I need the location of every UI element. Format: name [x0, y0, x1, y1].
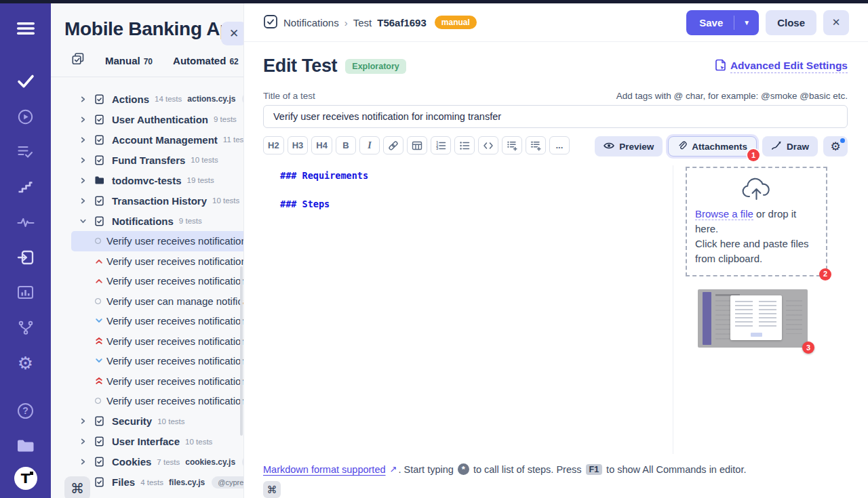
- left-nav-rail: ⚙ ? T: [0, 3, 51, 498]
- markdown-editor[interactable]: ### Requirements ### Steps: [263, 165, 673, 454]
- menu-icon[interactable]: [14, 17, 37, 40]
- suite-name: User Authentication: [112, 114, 208, 125]
- tree-suite-security[interactable]: Security10 tests: [51, 411, 243, 432]
- thumbnail-image: [698, 289, 808, 348]
- suite-test-count: 4 tests: [140, 478, 163, 486]
- tree-test-verify-user-receives-notificatio[interactable]: Verify user receives notification: [71, 351, 243, 371]
- file-check-icon: [94, 155, 112, 165]
- chevron-icon[interactable]: [80, 459, 94, 465]
- attachments-button[interactable]: Attachments 1: [668, 136, 757, 157]
- tree-test-verify-user-receives-notificatio[interactable]: Verify user receives notification: [71, 231, 243, 251]
- command-key-badge[interactable]: ⌘: [64, 476, 90, 498]
- tree-scrollbar[interactable]: [240, 266, 243, 436]
- close-icon: ✕: [229, 26, 239, 41]
- suite-tag-badge: @cy: [242, 456, 243, 468]
- chevron-icon[interactable]: [80, 137, 94, 143]
- browse-file-link[interactable]: Browse a file: [695, 208, 753, 220]
- tree-test-verify-user-receives-notificatio[interactable]: Verify user receives notification: [71, 371, 243, 392]
- settings-gear-icon[interactable]: ⚙: [14, 352, 37, 375]
- add-ordered-list-icon[interactable]: [526, 136, 546, 154]
- italic-button[interactable]: I: [359, 136, 380, 154]
- sign-in-icon[interactable]: [14, 246, 37, 269]
- branch-icon[interactable]: [14, 316, 37, 339]
- tree-suite-cookies[interactable]: Cookies7 testscookies.cy.js@cy: [51, 452, 243, 472]
- chevron-icon[interactable]: [80, 117, 94, 123]
- save-dropdown-caret[interactable]: ▼: [734, 19, 759, 26]
- more-button[interactable]: ...: [549, 136, 570, 154]
- draw-button[interactable]: Draw: [762, 136, 818, 157]
- priority-critical-icon: [95, 377, 106, 385]
- tab-automated[interactable]: Automated 62: [173, 55, 239, 66]
- suite-name: Transaction History: [112, 195, 207, 207]
- tree-suite-user-authentication[interactable]: User Authentication9 tests: [51, 109, 243, 129]
- bar-chart-icon[interactable]: [14, 281, 37, 304]
- folder-icon: [94, 175, 112, 185]
- tree-test-verify-user-receives-notificatio[interactable]: Verify user receives notification: [71, 331, 243, 352]
- tree-test-verify-user-receives-notificatio[interactable]: Verify user receives notification: [71, 311, 243, 331]
- app-logo[interactable]: T: [14, 467, 37, 490]
- file-dropzone[interactable]: Browse a file or drop it here. Click her…: [686, 167, 827, 276]
- save-button[interactable]: Save ▼: [686, 10, 759, 35]
- tree-test-verify-user-receives-notificatio[interactable]: Verify user receives notification: [71, 271, 243, 291]
- close-panel-button[interactable]: ✕: [221, 22, 244, 45]
- add-bullet-list-icon[interactable]: [502, 136, 522, 154]
- gear-icon: ⚙: [830, 141, 840, 152]
- editor-content: Edit Test Exploratory Advanced Edit Sett…: [244, 42, 868, 498]
- tree-suite-transaction-history[interactable]: Transaction History10 tests: [51, 190, 243, 211]
- suite-name: todomvc-tests: [112, 175, 182, 186]
- playlist-check-icon[interactable]: [14, 140, 37, 163]
- chevron-icon[interactable]: [80, 157, 94, 163]
- suite-test-count: 10 tests: [191, 156, 218, 164]
- chevron-icon[interactable]: [80, 418, 94, 424]
- close-button[interactable]: Close: [766, 10, 816, 35]
- tree-suite-notifications[interactable]: Notifications9 tests: [51, 211, 243, 231]
- chevron-icon[interactable]: [80, 198, 94, 204]
- projects-folder-icon[interactable]: [14, 434, 37, 457]
- code-icon[interactable]: [478, 136, 498, 154]
- h3-button[interactable]: H3: [288, 136, 309, 154]
- tree-suite-user-interface[interactable]: User Interface10 tests: [51, 432, 243, 452]
- suite-test-count: 9 tests: [179, 217, 202, 225]
- command-key-badge[interactable]: ⌘: [263, 481, 281, 498]
- tree-suite-account-management[interactable]: Account Management11 tests: [51, 129, 243, 150]
- priority-low-icon: [95, 318, 106, 324]
- tests-check-icon[interactable]: [14, 70, 37, 93]
- suite-name: Fund Transfers: [112, 154, 185, 166]
- file-check-icon: [94, 115, 112, 125]
- tree-test-verify-user-receives-notificatio[interactable]: Verify user receives notification: [71, 391, 243, 411]
- editor-settings-button[interactable]: ⚙: [823, 136, 848, 157]
- tree-suite-actions[interactable]: Actions14 testsactions.cy.js@cy: [51, 89, 243, 109]
- tree-test-verify-user-can-manage-notifica[interactable]: Verify user can manage notifica: [71, 291, 243, 312]
- chevron-icon[interactable]: [80, 96, 94, 102]
- chevron-icon[interactable]: [80, 178, 94, 184]
- h4-button[interactable]: H4: [311, 136, 332, 154]
- chevron-icon[interactable]: [80, 218, 94, 224]
- tree-test-verify-user-receives-notificatio[interactable]: Verify user receives notification: [71, 251, 243, 272]
- tree-suite-todomvc-tests[interactable]: todomvc-tests19 tests: [51, 170, 243, 190]
- bold-button[interactable]: B: [336, 136, 356, 154]
- h2-button[interactable]: H2: [263, 136, 284, 154]
- test-title-input[interactable]: [263, 105, 848, 128]
- activity-icon[interactable]: [14, 211, 37, 234]
- attachments-count-badge: 1: [747, 149, 760, 161]
- editor-actions: Preview Attachments 1 Draw: [595, 136, 848, 157]
- markdown-help-link[interactable]: Markdown format supported: [263, 464, 386, 475]
- file-check-icon: [94, 94, 112, 104]
- runs-play-icon[interactable]: [14, 105, 37, 128]
- preview-button[interactable]: Preview: [595, 136, 663, 157]
- breadcrumb-section[interactable]: Notifications: [283, 17, 339, 28]
- bullet-list-icon[interactable]: [454, 136, 475, 154]
- tab-manual[interactable]: Manual 70: [105, 55, 153, 66]
- dismiss-button[interactable]: ✕: [823, 10, 849, 35]
- link-icon[interactable]: [383, 136, 403, 154]
- advanced-edit-settings-link[interactable]: Advanced Edit Settings: [715, 59, 848, 74]
- help-icon[interactable]: ?: [14, 399, 37, 422]
- attachment-thumbnail[interactable]: 3: [698, 289, 808, 348]
- table-icon[interactable]: [407, 136, 427, 154]
- ordered-list-icon[interactable]: 123: [431, 136, 451, 154]
- editor-workspace: ### Requirements ### Steps Browse a file…: [263, 165, 848, 454]
- chevron-icon[interactable]: [80, 438, 94, 444]
- suite-name: Notifications: [112, 215, 174, 227]
- tree-suite-fund-transfers[interactable]: Fund Transfers10 tests: [51, 150, 243, 170]
- steps-icon[interactable]: [14, 175, 37, 199]
